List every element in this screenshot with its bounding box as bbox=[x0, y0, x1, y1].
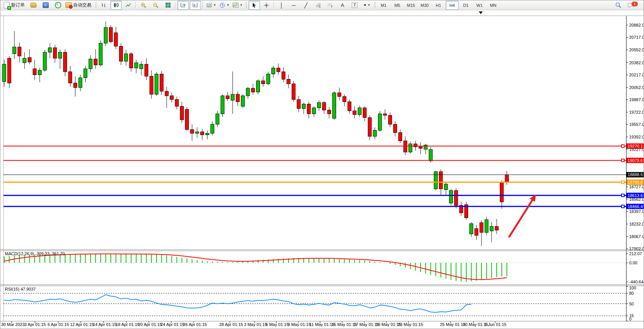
candle bbox=[338, 93, 341, 97]
line-handle[interactable] bbox=[622, 194, 624, 197]
candle bbox=[470, 224, 473, 234]
macd-label: MACD(12,26,9) -309.33 -361.70 bbox=[5, 251, 65, 256]
candle bbox=[429, 149, 432, 161]
candle bbox=[170, 96, 174, 100]
candle bbox=[28, 57, 31, 62]
candle bbox=[190, 130, 194, 134]
candle bbox=[388, 115, 392, 124]
candle bbox=[119, 46, 123, 61]
candle bbox=[216, 114, 219, 124]
candle bbox=[343, 97, 346, 102]
candle bbox=[33, 69, 37, 75]
price-axis-tick-label: 18562.0 bbox=[629, 197, 644, 202]
candle bbox=[165, 91, 168, 96]
candle bbox=[444, 184, 448, 190]
date-axis-label: 9 May 01:15 bbox=[288, 322, 311, 327]
price-axis-tick-label: 19227.0 bbox=[629, 147, 644, 152]
candle bbox=[89, 59, 92, 69]
candle bbox=[251, 88, 255, 92]
price-axis-tick-label: 20717.0 bbox=[629, 35, 644, 40]
candle bbox=[43, 52, 46, 70]
candle bbox=[480, 223, 483, 232]
price-axis-tick-label: 19887.0 bbox=[629, 97, 644, 102]
date-axis-label: 18 Apr 01:15 bbox=[116, 322, 139, 327]
candle bbox=[206, 134, 209, 135]
candle bbox=[58, 52, 62, 58]
price-axis-tick-label: 19392.0 bbox=[629, 135, 644, 139]
chart-canvas[interactable]: 19270.119079.618888.518789.018613.618466… bbox=[0, 0, 644, 329]
candle bbox=[257, 81, 260, 92]
candle bbox=[79, 78, 82, 87]
candle bbox=[378, 114, 382, 130]
candle bbox=[287, 79, 290, 84]
date-axis-label: 6 Apr 01:15 bbox=[48, 322, 69, 327]
candle bbox=[358, 108, 361, 114]
candle bbox=[231, 94, 234, 100]
candle bbox=[94, 59, 97, 65]
candle bbox=[383, 114, 387, 115]
candle bbox=[307, 104, 311, 114]
candle bbox=[180, 106, 183, 120]
candle bbox=[150, 76, 153, 94]
candle bbox=[272, 68, 275, 74]
rsi-axis-label: 100 bbox=[629, 286, 636, 290]
candle bbox=[317, 103, 321, 108]
candle bbox=[246, 88, 250, 96]
macd-axis-label: 212.07 bbox=[629, 251, 642, 256]
candle bbox=[38, 70, 41, 75]
price-level-label: 18789.0 bbox=[628, 180, 643, 184]
candle bbox=[99, 43, 102, 65]
candle bbox=[505, 175, 509, 182]
date-axis-label: 24 Apr 01:15 bbox=[161, 322, 184, 327]
candle bbox=[322, 103, 326, 110]
candle bbox=[327, 110, 331, 114]
rsi-axis-label: 80 bbox=[629, 291, 634, 296]
candle bbox=[363, 108, 367, 118]
candle bbox=[368, 118, 371, 136]
candle bbox=[454, 191, 458, 205]
date-axis-label: 23 May 01:15 bbox=[398, 322, 423, 327]
price-level-label: 18466.4 bbox=[628, 204, 643, 209]
chart-background bbox=[0, 11, 644, 327]
date-axis-label: 15 May 01:15 bbox=[332, 322, 357, 327]
candle bbox=[475, 229, 478, 235]
price-axis-tick-label: 18727.0 bbox=[629, 184, 644, 189]
line-handle[interactable] bbox=[622, 205, 624, 208]
candle bbox=[124, 54, 128, 61]
candle bbox=[109, 27, 113, 42]
line-handle[interactable] bbox=[622, 159, 624, 162]
price-axis-tick-label: 19722.0 bbox=[629, 110, 644, 114]
line-handle[interactable] bbox=[622, 181, 624, 184]
candle bbox=[160, 74, 163, 91]
date-axis-label: 20 Apr 01:15 bbox=[138, 322, 162, 327]
candle bbox=[8, 58, 11, 83]
price-axis-tick-label: 20052.0 bbox=[629, 85, 644, 90]
candle bbox=[353, 111, 356, 114]
price-level-label: 19079.6 bbox=[628, 158, 643, 163]
candle bbox=[64, 52, 67, 72]
candle bbox=[424, 145, 427, 149]
candle bbox=[155, 74, 158, 94]
candle bbox=[495, 226, 498, 230]
candle bbox=[84, 69, 87, 78]
line-handle[interactable] bbox=[622, 145, 624, 148]
candle bbox=[114, 33, 118, 46]
candle bbox=[104, 27, 107, 43]
candle bbox=[399, 133, 402, 141]
candle bbox=[53, 48, 57, 58]
candle bbox=[419, 147, 422, 148]
macd-axis-label: -440.64 bbox=[629, 280, 643, 284]
candle bbox=[261, 81, 265, 84]
price-axis-tick-label: 18067.0 bbox=[629, 234, 644, 239]
candle bbox=[333, 93, 336, 118]
price-level-label: 18888.5 bbox=[628, 172, 643, 177]
rsi-axis-label: 50 bbox=[629, 302, 634, 306]
price-axis-tick-label: 18397.0 bbox=[629, 209, 644, 214]
candle bbox=[266, 74, 270, 84]
price-axis-tick-label: 20882.0 bbox=[629, 23, 644, 27]
candle bbox=[485, 220, 488, 233]
candle bbox=[175, 100, 179, 106]
candle bbox=[221, 96, 224, 114]
price-axis-tick-label: 18232.0 bbox=[629, 222, 644, 226]
candle bbox=[129, 54, 133, 68]
